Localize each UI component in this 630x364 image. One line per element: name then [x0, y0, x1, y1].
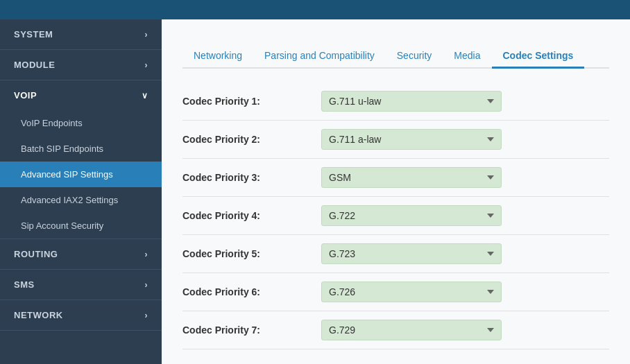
sidebar-item-label-routing: ROUTING: [14, 249, 58, 259]
sidebar-item-label-sms: SMS: [14, 279, 35, 290]
codec-row-4: Codec Priority 4:G.711 u-lawG.711 a-lawG…: [182, 197, 609, 235]
chevron-right-icon: ›: [145, 30, 148, 40]
sidebar-item-label-network: NETWORK: [14, 310, 63, 320]
sidebar-item-system[interactable]: SYSTEM›: [0, 19, 162, 49]
sidebar-subitem-batch-sip-endpoints[interactable]: Batch SIP Endpoints: [0, 136, 162, 162]
sidebar-item-label-voip: VOIP: [14, 90, 37, 101]
chevron-right-icon: ›: [145, 280, 148, 290]
sidebar-subitem-voip-endpoints[interactable]: VoIP Endpoints: [0, 110, 162, 136]
codec-select-6[interactable]: G.711 u-lawG.711 a-lawGSMG.722G.723G.726…: [321, 281, 502, 302]
codec-row-1: Codec Priority 1:G.711 u-lawG.711 a-lawG…: [182, 83, 609, 121]
sidebar-subitem-advanced-iax2-settings[interactable]: Advanced IAX2 Settings: [0, 187, 162, 213]
sidebar-item-label-system: SYSTEM: [14, 29, 53, 40]
tab-networking[interactable]: Networking: [182, 44, 253, 69]
codec-select-2[interactable]: G.711 u-lawG.711 a-lawGSMG.722G.723G.726…: [321, 129, 502, 150]
sidebar-section-module: MODULE›: [0, 50, 162, 80]
sidebar-section-system: SYSTEM›: [0, 19, 162, 50]
codec-row-7: Codec Priority 7:G.711 u-lawG.711 a-lawG…: [182, 311, 609, 349]
sidebar-section-network: NETWORK›: [0, 300, 162, 331]
codec-row-6: Codec Priority 6:G.711 u-lawG.711 a-lawG…: [182, 273, 609, 311]
sidebar-item-routing[interactable]: ROUTING›: [0, 239, 162, 269]
codec-row-5: Codec Priority 5:G.711 u-lawG.711 a-lawG…: [182, 235, 609, 273]
sidebar-subitem-sip-account-security[interactable]: Sip Account Security: [0, 213, 162, 239]
codec-label-7: Codec Priority 7:: [182, 324, 321, 336]
tab-security[interactable]: Security: [386, 44, 443, 69]
codec-select-wrap-3: G.711 u-lawG.711 a-lawGSMG.722G.723G.726…: [321, 167, 502, 188]
tab-parsing[interactable]: Parsing and Compatibility: [253, 44, 386, 69]
tab-media[interactable]: Media: [443, 44, 491, 69]
tab-codec-settings[interactable]: Codec Settings: [492, 44, 585, 69]
codec-label-6: Codec Priority 6:: [182, 286, 321, 297]
codec-label-1: Codec Priority 1:: [182, 96, 321, 107]
codec-select-5[interactable]: G.711 u-lawG.711 a-lawGSMG.722G.723G.726…: [321, 243, 502, 264]
sidebar-section-sms: SMS›: [0, 270, 162, 300]
codec-row-3: Codec Priority 3:G.711 u-lawG.711 a-lawG…: [182, 159, 609, 197]
codec-select-wrap-1: G.711 u-lawG.711 a-lawGSMG.722G.723G.726…: [321, 91, 502, 112]
codec-row-2: Codec Priority 2:G.711 u-lawG.711 a-lawG…: [182, 121, 609, 159]
sidebar-item-network[interactable]: NETWORK›: [0, 300, 162, 330]
codec-select-7[interactable]: G.711 u-lawG.711 a-lawGSMG.722G.723G.726…: [321, 320, 502, 340]
chevron-right-icon: ›: [145, 311, 148, 320]
sidebar-item-voip[interactable]: VOIP∨: [0, 80, 162, 110]
codec-label-5: Codec Priority 5:: [182, 248, 321, 259]
sidebar-subitem-advanced-sip-settings[interactable]: Advanced SIP Settings: [0, 162, 162, 187]
chevron-down-icon: ∨: [142, 91, 148, 101]
sidebar-item-label-module: MODULE: [14, 60, 55, 70]
sidebar: SYSTEM›MODULE›VOIP∨VoIP EndpointsBatch S…: [0, 19, 162, 364]
codec-select-wrap-5: G.711 u-lawG.711 a-lawGSMG.722G.723G.726…: [321, 243, 502, 264]
app-header: [0, 0, 630, 19]
codec-select-wrap-7: G.711 u-lawG.711 a-lawGSMG.722G.723G.726…: [321, 320, 502, 340]
sidebar-item-module[interactable]: MODULE›: [0, 50, 162, 80]
codec-select-4[interactable]: G.711 u-lawG.711 a-lawGSMG.722G.723G.726…: [321, 205, 502, 226]
codec-select-wrap-6: G.711 u-lawG.711 a-lawGSMG.722G.723G.726…: [321, 281, 502, 302]
chevron-right-icon: ›: [145, 250, 148, 259]
codec-select-1[interactable]: G.711 u-lawG.711 a-lawGSMG.722G.723G.726…: [321, 91, 502, 112]
codec-select-wrap-4: G.711 u-lawG.711 a-lawGSMG.722G.723G.726…: [321, 205, 502, 226]
content-area: NetworkingParsing and CompatibilitySecur…: [162, 19, 630, 364]
codec-label-2: Codec Priority 2:: [182, 134, 321, 145]
codec-label-4: Codec Priority 4:: [182, 210, 321, 221]
codec-select-wrap-2: G.711 u-lawG.711 a-lawGSMG.722G.723G.726…: [321, 129, 502, 150]
codec-label-3: Codec Priority 3:: [182, 172, 321, 183]
main-layout: SYSTEM›MODULE›VOIP∨VoIP EndpointsBatch S…: [0, 19, 630, 364]
chevron-right-icon: ›: [145, 60, 148, 70]
sidebar-item-sms[interactable]: SMS›: [0, 270, 162, 300]
codec-settings-form: Codec Priority 1:G.711 u-lawG.711 a-lawG…: [182, 83, 609, 349]
tabs-bar: NetworkingParsing and CompatibilitySecur…: [182, 44, 609, 69]
sidebar-section-routing: ROUTING›: [0, 239, 162, 270]
sidebar-section-voip: VOIP∨VoIP EndpointsBatch SIP EndpointsAd…: [0, 80, 162, 239]
codec-select-3[interactable]: G.711 u-lawG.711 a-lawGSMG.722G.723G.726…: [321, 167, 502, 188]
